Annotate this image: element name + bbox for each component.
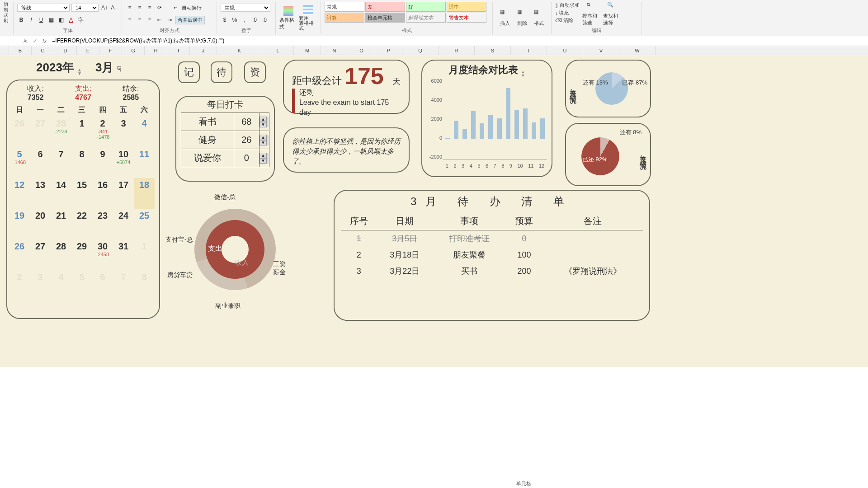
formula-input[interactable] bbox=[49, 38, 868, 44]
calendar-cell[interactable]: 19 bbox=[9, 209, 30, 239]
fill-color-icon[interactable]: ◧ bbox=[57, 16, 65, 24]
calendar-cell[interactable]: 3 bbox=[113, 117, 134, 147]
style-normal[interactable]: 常规 bbox=[325, 2, 364, 12]
calendar-cell[interactable]: 28 bbox=[51, 239, 71, 270]
calendar-cell[interactable]: 27 bbox=[30, 239, 51, 270]
calendar-cell[interactable]: 4 bbox=[134, 117, 155, 147]
worksheet-canvas[interactable]: 2023年 ▲▼ 3月 ☟ 收入:7352 支出:4767 结余:2585 日一… bbox=[0, 55, 868, 367]
style-explain[interactable]: 解释性文本 bbox=[406, 13, 446, 23]
calendar-cell[interactable]: 26 bbox=[9, 117, 30, 147]
assets-button[interactable]: 资 bbox=[244, 61, 266, 83]
calendar-cell[interactable]: 15 bbox=[71, 178, 92, 209]
calendar-cell[interactable]: 14 bbox=[51, 178, 71, 209]
style-neutral[interactable]: 适中 bbox=[447, 2, 486, 12]
find-select-button[interactable]: 🔍查找和选择 bbox=[603, 2, 621, 26]
calendar-cell[interactable]: 31 bbox=[113, 239, 134, 270]
comma-icon[interactable]: , bbox=[241, 16, 249, 24]
calendar-cell[interactable]: 18 bbox=[134, 178, 155, 209]
calendar-cell[interactable]: 13 bbox=[30, 178, 51, 209]
align-center-icon[interactable]: ≡ bbox=[136, 16, 144, 24]
year-spinner[interactable]: ▲▼ bbox=[77, 68, 82, 75]
calendar-cell[interactable]: 28 -2234 bbox=[51, 117, 71, 147]
calendar-cell[interactable]: 1 bbox=[134, 239, 155, 270]
style-calc[interactable]: 计算 bbox=[325, 13, 364, 23]
calendar-cell[interactable]: 3 bbox=[30, 270, 51, 301]
calendar-cell[interactable]: 16 bbox=[92, 178, 113, 209]
calendar-cell[interactable]: 2 bbox=[9, 270, 30, 301]
calendar-cell[interactable]: 6 bbox=[30, 147, 51, 178]
calendar-cell[interactable]: 17 bbox=[113, 178, 134, 209]
align-bottom-icon[interactable]: ≡ bbox=[146, 4, 154, 12]
indent-dec-icon[interactable]: ⇤ bbox=[156, 16, 164, 24]
checkin-spinner[interactable]: ▲▼ bbox=[259, 153, 269, 164]
indent-inc-icon[interactable]: ⇥ bbox=[165, 16, 174, 24]
bold-icon[interactable]: B bbox=[17, 16, 25, 24]
calendar-cell[interactable]: 2 -841 +1478 bbox=[92, 117, 113, 147]
calendar-cell[interactable]: 4 bbox=[51, 270, 71, 301]
cancel-formula-icon[interactable]: ✕ bbox=[20, 38, 30, 44]
border-icon[interactable]: ▦ bbox=[47, 16, 55, 24]
align-right-icon[interactable]: ≡ bbox=[146, 16, 154, 24]
font-color-icon[interactable]: A bbox=[67, 16, 75, 24]
calendar-cell[interactable]: 11 bbox=[134, 147, 155, 178]
calendar-grid[interactable]: 日一二三四五六 26 27 28 -2234 1 2 -841 +1478 3 … bbox=[7, 102, 159, 303]
calendar-cell[interactable]: 22 bbox=[71, 209, 92, 239]
font-size-select[interactable]: 14 bbox=[71, 4, 99, 12]
style-good[interactable]: 好 bbox=[406, 2, 446, 12]
calendar-cell[interactable]: 20 bbox=[30, 209, 51, 239]
phonetic-icon[interactable]: 字 bbox=[77, 16, 85, 24]
style-check[interactable]: 检查单元格 bbox=[365, 13, 405, 23]
decrease-font-icon[interactable]: A↓ bbox=[110, 4, 118, 12]
calendar-cell[interactable]: 27 bbox=[30, 117, 51, 147]
sort-filter-button[interactable]: ⇅排序和筛选 bbox=[582, 2, 600, 26]
wrap-text-icon[interactable]: ↵ bbox=[172, 4, 180, 12]
confirm-formula-icon[interactable]: ✓ bbox=[30, 38, 40, 44]
currency-icon[interactable]: $ bbox=[221, 16, 229, 24]
align-middle-icon[interactable]: ≡ bbox=[136, 4, 144, 12]
percent-icon[interactable]: % bbox=[231, 16, 239, 24]
calendar-cell[interactable]: 5 bbox=[71, 270, 92, 301]
todo-row[interactable]: 33月22日买书200《罗翔说刑法》 bbox=[341, 263, 643, 279]
column-headers[interactable]: BCDEFGHIJKLMNOPQRSTUVW bbox=[0, 46, 868, 55]
checkin-spinner[interactable]: ▲▼ bbox=[259, 135, 269, 145]
todo-row[interactable]: 13月5日打印准考证0 bbox=[341, 230, 643, 247]
table-format-button[interactable]: 套用 表格格式 bbox=[299, 2, 317, 34]
calendar-cell[interactable]: 26 bbox=[9, 239, 30, 270]
todo-button[interactable]: 待 bbox=[211, 61, 232, 83]
style-warn[interactable]: 警告文本 bbox=[447, 13, 486, 23]
calendar-cell[interactable]: 10 +5874 bbox=[113, 147, 134, 178]
calendar-cell[interactable]: 8 bbox=[134, 270, 155, 301]
calendar-cell[interactable]: 29 bbox=[71, 239, 92, 270]
calendar-cell[interactable]: 24 bbox=[113, 209, 134, 239]
calendar-cell[interactable]: 7 bbox=[113, 270, 134, 301]
calendar-cell[interactable]: 30 -2458 bbox=[92, 239, 113, 270]
increase-font-icon[interactable]: A↑ bbox=[100, 4, 108, 12]
font-name-select[interactable]: 等线 bbox=[17, 4, 70, 12]
calendar-cell[interactable]: 25 bbox=[134, 209, 155, 239]
orientation-icon[interactable]: ⟳ bbox=[156, 4, 164, 12]
calendar-cell[interactable]: 21 bbox=[51, 209, 71, 239]
number-format-select[interactable]: 常规 bbox=[221, 4, 270, 12]
barchart-spinner[interactable]: ▲▼ bbox=[521, 70, 525, 77]
calendar-cell[interactable]: 23 bbox=[92, 209, 113, 239]
checkin-spinner[interactable]: ▲▼ bbox=[259, 117, 269, 127]
calendar-cell[interactable]: 5 -1468 bbox=[9, 147, 30, 178]
fx-icon[interactable]: fx bbox=[40, 38, 49, 44]
dec-decimal-icon[interactable]: .0 bbox=[260, 16, 269, 24]
style-bad[interactable]: 差 bbox=[365, 2, 405, 12]
wrap-text-button[interactable]: 自动换行 bbox=[182, 5, 202, 11]
todo-row[interactable]: 23月18日朋友聚餐100 bbox=[341, 247, 643, 263]
calendar-cell[interactable]: 6 bbox=[92, 270, 113, 301]
merge-center-button[interactable]: 合并后居中 bbox=[175, 16, 205, 24]
calendar-cell[interactable]: 1 bbox=[71, 117, 92, 147]
calendar-cell[interactable]: 12 bbox=[9, 178, 30, 209]
underline-icon[interactable]: U bbox=[37, 16, 45, 24]
align-left-icon[interactable]: ≡ bbox=[126, 16, 134, 24]
align-top-icon[interactable]: ≡ bbox=[126, 4, 134, 12]
calendar-cell[interactable]: 8 bbox=[71, 147, 92, 178]
calendar-cell[interactable]: 7 bbox=[51, 147, 71, 178]
calendar-cell[interactable]: 9 bbox=[92, 147, 113, 178]
inc-decimal-icon[interactable]: .0 bbox=[250, 16, 259, 24]
conditional-format-button[interactable]: 条件格式 bbox=[279, 2, 297, 34]
record-button[interactable]: 记 bbox=[178, 61, 200, 83]
